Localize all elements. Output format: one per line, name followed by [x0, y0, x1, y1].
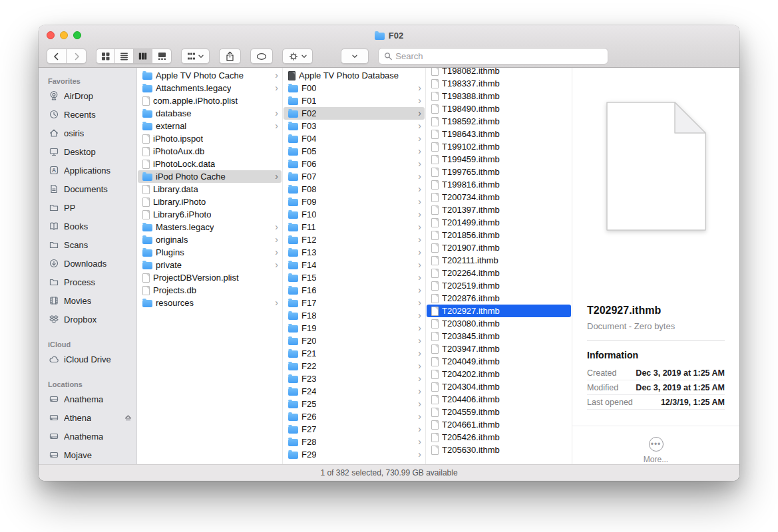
sidebar-item-recents[interactable]: Recents — [39, 105, 136, 124]
file-row-t201499-ithmb[interactable]: T201499.ithmb — [427, 216, 571, 229]
file-row-library-data[interactable]: Library.data — [138, 183, 282, 196]
file-row-t202876-ithmb[interactable]: T202876.ithmb — [427, 292, 571, 305]
file-row-t199459-ithmb[interactable]: T199459.ithmb — [427, 153, 571, 166]
icon-view-button[interactable] — [97, 49, 115, 63]
folder-row-f29[interactable]: F29› — [284, 448, 425, 461]
folder-row-f24[interactable]: F24› — [284, 385, 425, 398]
folder-row-f12[interactable]: F12› — [284, 233, 425, 246]
search-input[interactable] — [395, 51, 602, 61]
file-row-t204049-ithmb[interactable]: T204049.ithmb — [427, 355, 571, 368]
file-row-t204661-ithmb[interactable]: T204661.ithmb — [427, 418, 571, 431]
folder-row-f05[interactable]: F05› — [284, 145, 425, 158]
sidebar-item-scans[interactable]: Scans — [39, 235, 136, 254]
folder-row-f27[interactable]: F27› — [284, 423, 425, 436]
folder-row-f03[interactable]: F03› — [284, 120, 425, 132]
folder-row-f09[interactable]: F09› — [284, 196, 425, 208]
sidebar-item-icloud-drive[interactable]: iCloud Drive — [39, 350, 136, 368]
file-row-t198490-ithmb[interactable]: T198490.ithmb — [427, 102, 571, 115]
quick-look-dropdown[interactable] — [341, 49, 369, 64]
forward-button[interactable] — [67, 49, 86, 63]
file-row-t198082-ithmb[interactable]: T198082.ithmb — [427, 68, 571, 77]
sidebar-item-dropbox[interactable]: Dropbox — [39, 310, 136, 329]
folder-row-f00[interactable]: F00› — [284, 82, 425, 94]
folder-row-f08[interactable]: F08› — [284, 183, 425, 196]
file-row-t201397-ithmb[interactable]: T201397.ithmb — [427, 203, 571, 216]
close-button[interactable] — [47, 31, 55, 39]
list-view-button[interactable] — [115, 49, 134, 63]
file-row-t203947-ithmb[interactable]: T203947.ithmb — [427, 342, 571, 355]
sidebar-item-pp[interactable]: PP — [39, 198, 136, 217]
tag-button[interactable] — [250, 49, 273, 64]
folder-row-f01[interactable]: F01› — [284, 94, 425, 107]
sidebar-item-athena[interactable]: Athena — [39, 408, 136, 427]
file-row-t205426-ithmb[interactable]: T205426.ithmb — [427, 431, 571, 444]
sidebar-item-downloads[interactable]: Downloads — [39, 254, 136, 273]
file-row-iphotolock-data[interactable]: iPhotoLock.data — [138, 158, 282, 170]
file-row-t202264-ithmb[interactable]: T202264.ithmb — [427, 267, 571, 279]
action-button[interactable] — [282, 49, 313, 64]
folder-row-apple-tv-photo-cache[interactable]: Apple TV Photo Cache› — [138, 69, 282, 82]
folder-row-f22[interactable]: F22› — [284, 360, 425, 372]
file-row-t199816-ithmb[interactable]: T199816.ithmb — [427, 178, 571, 191]
share-button[interactable] — [219, 49, 241, 64]
folder-row-f18[interactable]: F18› — [284, 309, 425, 322]
folder-row-ipod-photo-cache[interactable]: iPod Photo Cache› — [138, 170, 282, 183]
folder-row-f06[interactable]: F06› — [284, 158, 425, 170]
sidebar-item-airdrop[interactable]: AirDrop — [39, 86, 136, 105]
file-row-t204406-ithmb[interactable]: T204406.ithmb — [427, 393, 571, 406]
zoom-button[interactable] — [73, 31, 81, 39]
minimize-button[interactable] — [60, 31, 68, 39]
file-row-com-apple-iphoto-plist[interactable]: com.apple.iPhoto.plist — [138, 94, 282, 107]
file-row-t203845-ithmb[interactable]: T203845.ithmb — [427, 330, 571, 342]
folder-row-f04[interactable]: F04› — [284, 132, 425, 145]
file-row-t202927-ithmb[interactable]: T202927.ithmb — [427, 305, 571, 317]
file-row-t203080-ithmb[interactable]: T203080.ithmb — [427, 317, 571, 330]
file-row-t202519-ithmb[interactable]: T202519.ithmb — [427, 279, 571, 292]
folder-row-f15[interactable]: F15› — [284, 271, 425, 284]
file-row-library-iphoto[interactable]: Library.iPhoto — [138, 196, 282, 208]
folder-row-private[interactable]: private› — [138, 259, 282, 271]
folder-row-f17[interactable]: F17› — [284, 297, 425, 309]
search-field[interactable] — [378, 48, 608, 65]
sidebar-item-documents[interactable]: Documents — [39, 180, 136, 198]
sidebar-item-movies[interactable]: Movies — [39, 291, 136, 310]
file-row-t199102-ithmb[interactable]: T199102.ithmb — [427, 140, 571, 153]
file-row-library6-iphoto[interactable]: Library6.iPhoto — [138, 208, 282, 221]
gallery-view-button[interactable] — [152, 49, 171, 63]
file-row-t198388-ithmb[interactable]: T198388.ithmb — [427, 90, 571, 102]
file-row-t202111-ithmb[interactable]: T202111.ithmb — [427, 254, 571, 267]
folder-row-f16[interactable]: F16› — [284, 284, 425, 297]
eject-icon[interactable] — [124, 414, 132, 422]
file-row-iphoto-ipspot[interactable]: iPhoto.ipspot — [138, 132, 282, 145]
file-row-t205630-ithmb[interactable]: T205630.ithmb — [427, 444, 571, 456]
sidebar-item-applications[interactable]: AApplications — [39, 161, 136, 180]
file-row-t199765-ithmb[interactable]: T199765.ithmb — [427, 166, 571, 178]
folder-row-f28[interactable]: F28› — [284, 436, 425, 448]
file-row-t198592-ithmb[interactable]: T198592.ithmb — [427, 115, 571, 128]
file-row-t204202-ithmb[interactable]: T204202.ithmb — [427, 368, 571, 380]
file-row-t204304-ithmb[interactable]: T204304.ithmb — [427, 380, 571, 393]
folder-row-f23[interactable]: F23› — [284, 372, 425, 385]
folder-row-f25[interactable]: F25› — [284, 398, 425, 410]
sidebar-item-desktop[interactable]: Desktop — [39, 142, 136, 161]
sidebar-item-books[interactable]: Books — [39, 217, 136, 235]
sidebar-item-mojave[interactable]: Mojave — [39, 446, 136, 464]
folder-row-attachments-legacy[interactable]: Attachments.legacy› — [138, 82, 282, 94]
file-row-t198337-ithmb[interactable]: T198337.ithmb — [427, 77, 571, 90]
folder-row-f14[interactable]: F14› — [284, 259, 425, 271]
folder-row-masters-legacy[interactable]: Masters.legacy› — [138, 221, 282, 233]
folder-row-plugins[interactable]: Plugins› — [138, 246, 282, 259]
file-row-apple-tv-photo-database[interactable]: Apple TV Photo Database — [284, 69, 425, 82]
sidebar-item-osiris[interactable]: osiris — [39, 124, 136, 142]
file-row-projectdbversion-plist[interactable]: ProjectDBVersion.plist — [138, 271, 282, 284]
folder-row-f07[interactable]: F07› — [284, 170, 425, 183]
folder-row-f02[interactable]: F02› — [284, 107, 425, 120]
file-row-t201907-ithmb[interactable]: T201907.ithmb — [427, 241, 571, 254]
sidebar-item-anathema[interactable]: Anathema — [39, 390, 136, 408]
file-row-t198643-ithmb[interactable]: T198643.ithmb — [427, 128, 571, 140]
titlebar[interactable]: F02 — [39, 25, 739, 45]
folder-row-resources[interactable]: resources› — [138, 297, 282, 309]
more-button[interactable]: ••• More... — [572, 437, 739, 464]
file-row-iphotoaux-db[interactable]: iPhotoAux.db — [138, 145, 282, 158]
folder-row-originals[interactable]: originals› — [138, 233, 282, 246]
